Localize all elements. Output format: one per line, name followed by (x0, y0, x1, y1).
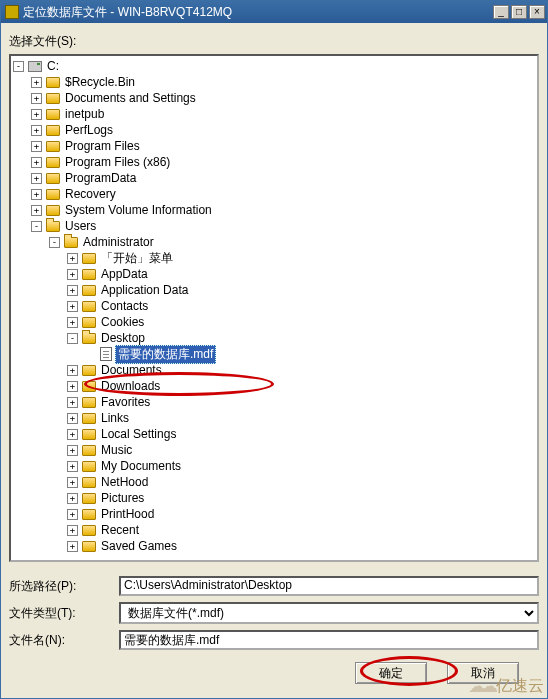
tree-folder[interactable]: +Recent (67, 522, 537, 538)
file-tree-panel[interactable]: -C:+$Recycle.Bin+Documents and Settings+… (9, 54, 539, 562)
filetype-select[interactable]: 数据库文件(*.mdf) (119, 602, 539, 624)
collapse-icon[interactable]: - (13, 61, 24, 72)
expand-icon[interactable]: + (67, 541, 78, 552)
node-label[interactable]: Saved Games (99, 539, 179, 553)
tree-folder[interactable]: +ProgramData (31, 170, 537, 186)
node-label[interactable]: C: (45, 59, 61, 73)
expand-icon[interactable]: + (67, 445, 78, 456)
node-label[interactable]: Recovery (63, 187, 118, 201)
tree-folder[interactable]: +Downloads (67, 378, 537, 394)
tree-folder[interactable]: +Local Settings (67, 426, 537, 442)
titlebar[interactable]: 定位数据库文件 - WIN-B8RVQT412MQ _ □ × (1, 1, 547, 23)
node-label[interactable]: AppData (99, 267, 150, 281)
node-label[interactable]: $Recycle.Bin (63, 75, 137, 89)
expand-icon[interactable]: + (67, 269, 78, 280)
node-label[interactable]: Recent (99, 523, 141, 537)
collapse-icon[interactable]: - (67, 333, 78, 344)
tree-file[interactable]: 需要的数据库.mdf (85, 346, 537, 362)
node-label[interactable]: Cookies (99, 315, 146, 329)
node-label[interactable]: Links (99, 411, 131, 425)
tree-folder[interactable]: +AppData (67, 266, 537, 282)
node-label[interactable]: Program Files (x86) (63, 155, 172, 169)
node-label[interactable]: Users (63, 219, 98, 233)
expand-icon[interactable]: + (31, 93, 42, 104)
expand-icon[interactable]: + (67, 525, 78, 536)
tree-folder[interactable]: +Program Files (31, 138, 537, 154)
ok-button[interactable]: 确定 (355, 662, 427, 684)
node-label[interactable]: Local Settings (99, 427, 178, 441)
node-label[interactable]: NetHood (99, 475, 150, 489)
tree-folder[interactable]: +Pictures (67, 490, 537, 506)
expand-icon[interactable]: + (67, 317, 78, 328)
node-label[interactable]: System Volume Information (63, 203, 214, 217)
node-label[interactable]: Administrator (81, 235, 156, 249)
expand-icon[interactable]: + (31, 141, 42, 152)
node-label[interactable]: My Documents (99, 459, 183, 473)
tree-folder[interactable]: +Program Files (x86) (31, 154, 537, 170)
tree-folder[interactable]: +Application Data (67, 282, 537, 298)
expand-icon[interactable]: + (67, 397, 78, 408)
tree-folder[interactable]: +Music (67, 442, 537, 458)
node-label[interactable]: inetpub (63, 107, 106, 121)
close-button[interactable]: × (529, 5, 545, 19)
tree-folder[interactable]: +$Recycle.Bin (31, 74, 537, 90)
tree-folder[interactable]: +NetHood (67, 474, 537, 490)
tree-folder[interactable]: +Documents and Settings (31, 90, 537, 106)
node-label[interactable]: Documents (99, 363, 164, 377)
tree-folder[interactable]: +System Volume Information (31, 202, 537, 218)
expand-icon[interactable]: + (31, 205, 42, 216)
node-label[interactable]: Program Files (63, 139, 142, 153)
tree-folder[interactable]: -C: (13, 58, 537, 74)
expand-icon[interactable]: + (67, 493, 78, 504)
node-label[interactable]: PerfLogs (63, 123, 115, 137)
tree-folder[interactable]: +Documents (67, 362, 537, 378)
tree-folder[interactable]: +「开始」菜单 (67, 250, 537, 266)
node-label[interactable]: Pictures (99, 491, 146, 505)
tree-folder[interactable]: +Cookies (67, 314, 537, 330)
maximize-button[interactable]: □ (511, 5, 527, 19)
tree-folder[interactable]: +PerfLogs (31, 122, 537, 138)
expand-icon[interactable]: + (67, 429, 78, 440)
node-label[interactable]: 需要的数据库.mdf (115, 345, 216, 364)
node-label[interactable]: Desktop (99, 331, 147, 345)
expand-icon[interactable]: + (67, 509, 78, 520)
tree-folder[interactable]: +inetpub (31, 106, 537, 122)
node-label[interactable]: Favorites (99, 395, 152, 409)
expand-icon[interactable]: + (67, 413, 78, 424)
tree-folder[interactable]: +Contacts (67, 298, 537, 314)
expand-icon[interactable]: + (31, 109, 42, 120)
expand-icon[interactable]: + (67, 365, 78, 376)
tree-folder[interactable]: +Recovery (31, 186, 537, 202)
collapse-icon[interactable]: - (31, 221, 42, 232)
collapse-icon[interactable]: - (49, 237, 60, 248)
node-label[interactable]: Music (99, 443, 134, 457)
node-label[interactable]: Downloads (99, 379, 162, 393)
cancel-button[interactable]: 取消 (447, 662, 519, 684)
filename-input[interactable] (119, 630, 539, 650)
expand-icon[interactable]: + (67, 477, 78, 488)
node-label[interactable]: 「开始」菜单 (99, 250, 175, 267)
node-label[interactable]: PrintHood (99, 507, 156, 521)
expand-icon[interactable]: + (31, 77, 42, 88)
node-label[interactable]: Contacts (99, 299, 150, 313)
tree-folder[interactable]: +My Documents (67, 458, 537, 474)
expand-icon[interactable]: + (67, 285, 78, 296)
node-label[interactable]: Documents and Settings (63, 91, 198, 105)
expand-icon[interactable]: + (31, 125, 42, 136)
tree-folder[interactable]: -Users (31, 218, 537, 234)
expand-icon[interactable]: + (67, 301, 78, 312)
tree-folder[interactable]: +Links (67, 410, 537, 426)
minimize-button[interactable]: _ (493, 5, 509, 19)
expand-icon[interactable]: + (31, 157, 42, 168)
file-tree[interactable]: -C:+$Recycle.Bin+Documents and Settings+… (11, 58, 537, 554)
expand-icon[interactable]: + (31, 173, 42, 184)
tree-folder[interactable]: +Saved Games (67, 538, 537, 554)
tree-folder[interactable]: -Administrator (49, 234, 537, 250)
expand-icon[interactable]: + (67, 253, 78, 264)
expand-icon[interactable]: + (31, 189, 42, 200)
node-label[interactable]: ProgramData (63, 171, 138, 185)
expand-icon[interactable]: + (67, 461, 78, 472)
expand-icon[interactable]: + (67, 381, 78, 392)
node-label[interactable]: Application Data (99, 283, 190, 297)
tree-folder[interactable]: +Favorites (67, 394, 537, 410)
